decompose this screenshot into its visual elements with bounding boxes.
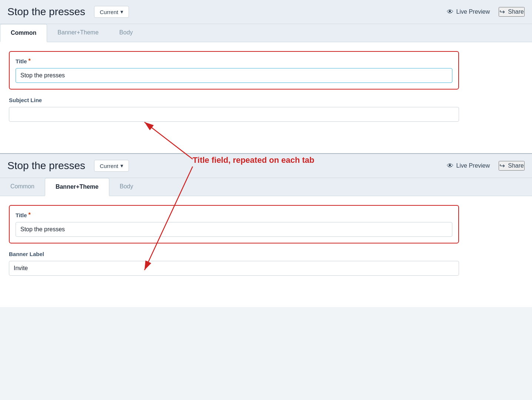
- live-preview-button-1[interactable]: 👁 Live Preview: [447, 8, 490, 16]
- tab-common-2[interactable]: Common: [0, 178, 45, 196]
- share-button-2[interactable]: ↪ Share: [499, 161, 525, 171]
- title-label-2: Title *: [16, 212, 452, 218]
- required-star-2: *: [29, 212, 31, 218]
- banner-label-label-2: Banner Label: [9, 251, 459, 257]
- banner-label-field-group-2: Banner Label: [9, 251, 459, 276]
- panel-1: Stop the presses Current ▾ 👁 Live Previe…: [0, 0, 532, 153]
- version-dropdown-1[interactable]: Current ▾: [94, 6, 129, 18]
- panel-1-form: Title * Subject Line: [9, 51, 459, 122]
- chevron-down-icon: ▾: [120, 9, 123, 15]
- tab-banner-theme-2[interactable]: Banner+Theme: [45, 178, 109, 196]
- tabs-bar-2: Common Banner+Theme Body: [0, 178, 532, 196]
- subject-line-field-group-1: Subject Line: [9, 97, 459, 122]
- live-preview-label-1: Live Preview: [456, 9, 490, 15]
- tab-common-1[interactable]: Common: [0, 24, 47, 42]
- tab-banner-theme-1[interactable]: Banner+Theme: [47, 24, 109, 42]
- panel-1-content: Title * Subject Line: [0, 42, 532, 153]
- version-label-1: Current: [100, 9, 118, 15]
- panel-2-form: Title * Banner Label: [9, 205, 459, 276]
- tab-body-2[interactable]: Body: [109, 178, 143, 196]
- panel-1-header: Stop the presses Current ▾ 👁 Live Previe…: [0, 0, 532, 24]
- share-label-1: Share: [508, 9, 524, 15]
- title-label-1: Title *: [16, 58, 452, 64]
- app-container: Stop the presses Current ▾ 👁 Live Previe…: [0, 0, 532, 307]
- chevron-down-icon-2: ▾: [120, 162, 123, 169]
- share-button-1[interactable]: ↪ Share: [499, 7, 525, 17]
- tab-body-1[interactable]: Body: [109, 24, 143, 42]
- subject-line-label-1: Subject Line: [9, 97, 459, 103]
- required-star-1: *: [29, 58, 31, 64]
- share-icon: ↪: [499, 8, 505, 16]
- banner-label-input-2[interactable]: [9, 261, 459, 276]
- share-icon-2: ↪: [499, 162, 505, 170]
- panel-1-title: Stop the presses: [7, 6, 85, 18]
- version-dropdown-2[interactable]: Current ▾: [94, 160, 129, 172]
- header-right-1: 👁 Live Preview ↪ Share: [447, 7, 525, 17]
- panel-2-header: Stop the presses Current ▾ 👁 Live Previe…: [0, 154, 532, 178]
- subject-line-input-1[interactable]: [9, 107, 459, 122]
- tabs-bar-1: Common Banner+Theme Body: [0, 24, 532, 42]
- panel-2-content: Title * Banner Label: [0, 196, 532, 307]
- panel-2: Stop the presses Current ▾ 👁 Live Previe…: [0, 153, 532, 307]
- header-right-2: 👁 Live Preview ↪ Share: [447, 161, 525, 171]
- title-input-2[interactable]: [16, 222, 452, 237]
- panel-2-title: Stop the presses: [7, 160, 85, 172]
- share-label-2: Share: [508, 162, 524, 169]
- live-preview-label-2: Live Preview: [456, 162, 490, 169]
- eye-icon: 👁: [447, 8, 453, 16]
- eye-icon-2: 👁: [447, 162, 453, 170]
- live-preview-button-2[interactable]: 👁 Live Preview: [447, 162, 490, 170]
- title-input-1[interactable]: [16, 68, 452, 83]
- title-field-group-1: Title *: [9, 51, 459, 90]
- title-field-group-2: Title *: [9, 205, 459, 243]
- version-label-2: Current: [100, 163, 118, 169]
